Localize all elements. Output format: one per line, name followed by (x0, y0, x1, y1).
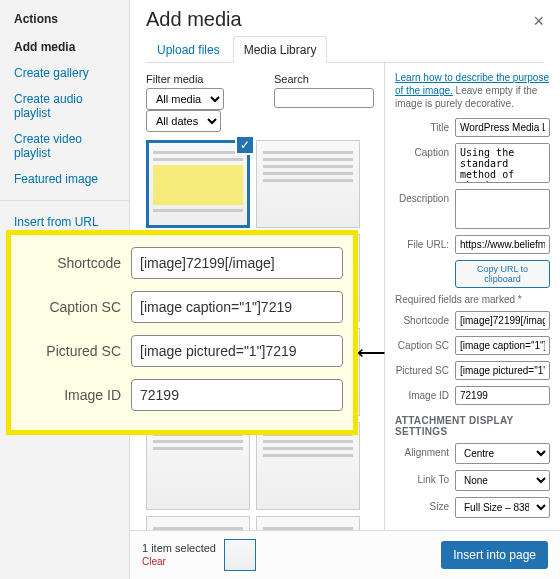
title-label: Title (395, 118, 449, 133)
caption-sc-label: Caption SC (395, 336, 449, 351)
close-icon[interactable]: × (533, 11, 544, 32)
arrow-icon: ⟵ (357, 340, 386, 364)
media-thumbnail[interactable]: ✓ (146, 140, 250, 228)
size-select[interactable]: Full Size – 838 × 821 (455, 497, 550, 518)
callout-captionsc-field[interactable] (131, 291, 343, 323)
callout-shortcode-field[interactable] (131, 247, 343, 279)
image-id-field[interactable] (455, 386, 550, 405)
filter-media-date-select[interactable]: All dates (146, 110, 221, 132)
attachment-details: Learn how to describe the purpose of the… (385, 63, 560, 530)
fileurl-field[interactable] (455, 235, 550, 254)
description-label: Description (395, 189, 449, 204)
sidebar-item-create-audio-playlist[interactable]: Create audio playlist (0, 86, 129, 126)
insert-into-page-button[interactable]: Insert into page (441, 541, 548, 569)
alignment-label: Alignment (395, 443, 449, 458)
media-thumbnail[interactable] (256, 140, 360, 228)
modal-header: Add media × Upload files Media Library (130, 0, 560, 63)
media-thumbnail[interactable] (146, 422, 250, 510)
selected-thumb[interactable] (224, 539, 256, 571)
required-note: Required fields are marked * (395, 294, 550, 305)
check-icon: ✓ (235, 135, 255, 155)
pictured-sc-field[interactable] (455, 361, 550, 380)
size-label: Size (395, 497, 449, 512)
callout-imageid-field[interactable] (131, 379, 343, 411)
filter-media-type-select[interactable]: All media (146, 88, 224, 110)
media-thumbnail[interactable] (256, 422, 360, 510)
caption-sc-field[interactable] (455, 336, 550, 355)
search-group: Search (274, 73, 374, 132)
caption-label: Caption (395, 143, 449, 158)
tabs: Upload files Media Library (146, 35, 544, 63)
clear-selection-link[interactable]: Clear (142, 556, 216, 568)
search-input[interactable] (274, 88, 374, 108)
callout-imageid-label: Image ID (21, 387, 121, 403)
actions-heading: Actions (14, 12, 129, 26)
callout-highlight: Shortcode Caption SC Pictured SC Image I… (6, 230, 358, 435)
selected-count: 1 item selected (142, 542, 216, 555)
callout-captionsc-label: Caption SC (21, 299, 121, 315)
sidebar-item-create-gallery[interactable]: Create gallery (0, 60, 129, 86)
linkto-select[interactable]: None (455, 470, 550, 491)
sidebar-divider (0, 200, 129, 201)
image-id-label: Image ID (395, 386, 449, 401)
tab-upload-files[interactable]: Upload files (146, 36, 231, 63)
caption-field[interactable]: Using the standard method of showing an … (455, 143, 550, 183)
sidebar-item-add-media[interactable]: Add media (0, 34, 129, 60)
pictured-sc-label: Pictured SC (395, 361, 449, 376)
callout-picturedsc-label: Pictured SC (21, 343, 121, 359)
media-thumbnail[interactable] (256, 516, 360, 530)
alignment-select[interactable]: Centre (455, 443, 550, 464)
shortcode-field[interactable] (455, 311, 550, 330)
tab-media-library[interactable]: Media Library (233, 36, 328, 63)
filter-media-label: Filter media (146, 73, 250, 85)
fileurl-label: File URL: (395, 235, 449, 250)
display-settings-heading: ATTACHMENT DISPLAY SETTINGS (395, 415, 550, 437)
filters-row: Filter media All media All dates Search (146, 73, 374, 132)
callout-picturedsc-field[interactable] (131, 335, 343, 367)
copy-url-button[interactable]: Copy URL to clipboard (455, 260, 550, 288)
sidebar-item-create-video-playlist[interactable]: Create video playlist (0, 126, 129, 166)
footer-bar: 1 item selected Clear Insert into page (130, 530, 560, 579)
sidebar-item-featured-image[interactable]: Featured image (0, 166, 129, 192)
filter-media-group: Filter media All media All dates (146, 73, 250, 132)
media-thumbnail[interactable] (146, 516, 250, 530)
search-label: Search (274, 73, 374, 85)
callout-shortcode-label: Shortcode (21, 255, 121, 271)
modal-title: Add media (146, 8, 242, 31)
title-field[interactable] (455, 118, 550, 137)
shortcode-label: Shortcode (395, 311, 449, 326)
footer-selection: 1 item selected Clear (142, 539, 256, 571)
description-field[interactable] (455, 189, 550, 229)
alt-text-help: Learn how to describe the purpose of the… (395, 71, 550, 110)
linkto-label: Link To (395, 470, 449, 485)
